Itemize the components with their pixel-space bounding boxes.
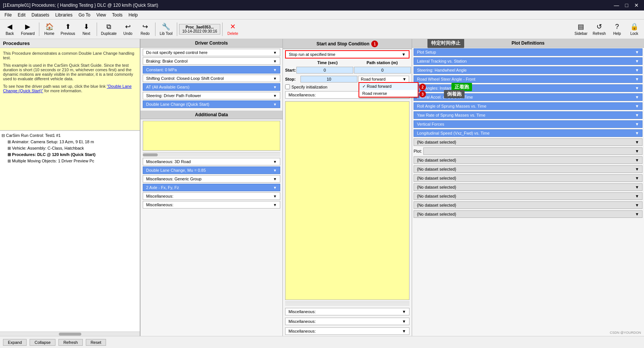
help-button[interactable]: ? Help [609,21,625,38]
menu-goto[interactable]: Go To [75,12,93,18]
menu-tools[interactable]: Tools [109,12,126,18]
plot-dropdown[interactable]: ▼ [423,147,643,155]
undo-icon: ↩ [125,22,131,31]
reset-button[interactable]: Reset [86,339,106,346]
vertical-forces-dropdown[interactable]: Vertical Forces ▼ [414,120,643,128]
tree-label: Multiple Moving Objects: 1 Driver Previe… [12,159,94,163]
start-row: Start: [283,66,412,75]
misc-stop-dropdown-2[interactable]: Miscellaneous: ▼ [285,308,409,315]
no-dataset-3-dropdown[interactable]: {No dataset selected} ▼ [414,165,643,173]
forward-button[interactable]: ▶ Forward [19,21,37,38]
close-button[interactable]: ✕ [632,2,641,8]
refresh-toolbar-label: Refresh [593,32,606,36]
misc-dropdown-2[interactable]: Miscellaneous: ▼ [143,201,280,208]
misc-3d-label-dropdown[interactable]: Miscellaneous: 3D Road ▼ [143,158,280,165]
no-dataset-3-label: {No dataset selected} [417,167,456,171]
misc-dropdown-1[interactable]: Miscellaneous: ▼ [143,192,280,200]
refresh-toolbar-button[interactable]: ↺ Refresh [590,21,608,38]
long-speed-dropdown[interactable]: Longitudinal Speed (Vxz_Fwd) vs. Time ▼ [414,129,643,137]
collapse-button[interactable]: Collapse [30,339,55,346]
road-reverse-option[interactable]: Road reverse 3 倒着跑 [359,90,418,97]
redo-button[interactable]: ↪ Redo [137,21,153,38]
no-dataset-2-dropdown[interactable]: {No dataset selected} ▼ [414,156,643,164]
stop-time-dropdown[interactable]: Stop run at specified time ▼ [285,50,409,58]
home-button[interactable]: 🏠 Home [41,21,58,38]
misc-generic-value-dropdown[interactable]: 2 Axle - Fx, Fy, Fz ▼ [143,184,280,191]
road-forward-option[interactable]: ✓ Road forward 2 正着跑 [359,83,418,90]
vertical-forces-arrow: ▼ [635,122,639,126]
additional-data-textarea[interactable] [143,121,280,151]
start-time-input[interactable] [296,67,353,74]
no-dataset-7-dropdown[interactable]: {No dataset selected} ▼ [414,201,643,209]
additional-scrollbar[interactable] [143,152,280,157]
menu-datasets[interactable]: Datasets [28,12,52,18]
stop-path-dropdown[interactable]: Road forward ▼ ✓ Road forward 2 正着跑 [358,76,409,82]
tree-item-vehicle[interactable]: ⊞ Vehicle: Assembly: C-Class, Hatchback [1,145,138,152]
expand-button[interactable]: Expand [3,339,27,346]
misc-generic-value-arrow: ▼ [273,186,277,190]
tree-item-mmo[interactable]: ⊞ Multiple Moving Objects: 1 Driver Prev… [1,158,138,164]
no-dataset-4-dropdown[interactable]: {No dataset selected} ▼ [414,174,643,182]
shifting-value-dropdown[interactable]: AT (All Available Gears) ▼ [143,83,280,91]
duplicate-label: Duplicate [101,32,117,36]
undo-button[interactable]: ↩ Undo [120,21,136,38]
lock-button[interactable]: 🔒 Lock [626,21,643,38]
no-dataset-1-dropdown[interactable]: {No dataset selected} ▼ [414,138,643,146]
start-label: Start: [285,68,296,72]
annotation-number-1: 1 [371,40,378,47]
roll-angle-dropdown[interactable]: Roll Angle of Sprung Masses vs. Time ▼ [414,102,643,110]
driver-controls-header: Driver Controls [140,39,282,48]
libtool-button[interactable]: 🔧 Lib Tool [157,21,175,38]
shifting-label-dropdown[interactable]: Shifting Control: Closed-Loop Shift Cont… [143,75,280,82]
specify-init-checkbox[interactable] [285,84,290,89]
misc-3d-value-dropdown[interactable]: Double Lane Change, Mu = 0.85 ▼ [143,166,280,174]
yaw-rate-dropdown[interactable]: Yaw Rate of Sprung Masses vs. Time ▼ [414,111,643,119]
steering-label-dropdown[interactable]: Steering: Driver Path Follower ▼ [143,92,280,99]
no-dataset-6-dropdown[interactable]: {No dataset selected} ▼ [414,192,643,200]
tree-item-animator[interactable]: ⊞ Animator: Camera Setup: 13 Azm, 9 El, … [1,139,138,145]
steering-value-dropdown[interactable]: Double Lane Change (Quick Start) ▼ [143,100,280,108]
speed-control-dropdown[interactable]: Do not specify speed control here ▼ [143,49,280,56]
redo-icon: ↪ [142,22,148,31]
stop-scrollbar-h[interactable] [285,302,409,306]
cn-annotation-1: 特定时间停止 [427,39,464,48]
road-wheel-steer-dropdown[interactable]: Road Wheel Steer Angle - Front ▼ [414,75,643,83]
refresh-button[interactable]: Refresh [58,339,83,346]
dlc-link[interactable]: "Double Lane Change (Quick Start)" [3,84,131,93]
braking-value-dropdown[interactable]: Constant: 0 MPa ▼ [143,66,280,74]
plot-setup-dropdown[interactable]: Plot Setup ▼ [414,48,643,56]
tree-item-procedures[interactable]: ⊞ Procedures: DLC @ 120 km/h (Quick Star… [1,152,138,158]
duplicate-button[interactable]: ⧉ Duplicate [99,21,119,38]
no-dataset-5-dropdown[interactable]: {No dataset selected} ▼ [414,183,643,191]
next-button[interactable]: ⬇ Next [78,21,95,38]
delete-button[interactable]: ✕ Delete [224,21,241,38]
menu-help[interactable]: Help [126,12,141,18]
menu-edit[interactable]: Edit [15,12,28,18]
steering-handwheel-dropdown[interactable]: Steering: Handwheel Angle ▼ [414,66,643,74]
braking-label-dropdown[interactable]: Braking: Brake Control ▼ [143,57,280,65]
previous-button[interactable]: ⬆ Previous [58,21,78,38]
menu-view[interactable]: View [93,12,109,18]
minimize-button[interactable]: — [612,2,622,8]
maximize-button[interactable]: □ [623,2,631,8]
tree-item-runcontrol[interactable]: ⊟ CarSim Run Control: Test1 #1 [1,132,138,139]
lateral-tracking-dropdown[interactable]: Lateral Tracking vs. Station ▼ [414,57,643,65]
redo-label: Redo [140,32,149,36]
start-path-input[interactable] [354,67,411,74]
no-dataset-8-dropdown[interactable]: {No dataset selected} ▼ [414,210,643,218]
misc-3d-arrow: ▼ [273,160,277,164]
speed-control-arrow: ▼ [273,51,277,55]
misc-stop-dropdown-4[interactable]: Miscellaneous: ▼ [285,327,409,335]
stop-textarea[interactable] [285,101,409,300]
desc-para-1: This Procedure demonstrates a common Dou… [3,51,137,60]
misc-generic-label-dropdown[interactable]: Miscellaneous: Generic Group ▼ [143,175,280,183]
stop-time-input[interactable] [300,76,357,82]
back-button[interactable]: ◀ Back [1,21,18,38]
misc-stop-dropdown-3[interactable]: Miscellaneous: ▼ [285,318,409,325]
csdn-watermark: CSDN @YOURDON [412,329,644,336]
tree-scrollbar[interactable] [0,332,140,336]
menu-file[interactable]: File [1,12,15,18]
stop-condition-header-row: Start and Stop Condition 1 特定时间停止 [283,39,412,49]
menu-libraries[interactable]: Libraries [52,12,75,18]
sidebar-button[interactable]: ▤ Sidebar [572,21,590,38]
